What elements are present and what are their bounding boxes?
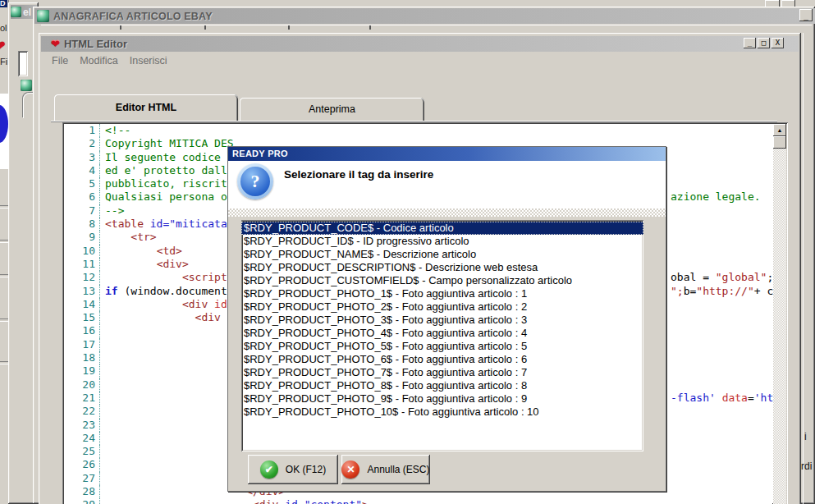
divider — [0, 361, 8, 364]
menu-item-modifica[interactable]: Modifica — [80, 55, 118, 66]
code-segment: Qualsiasi persona o — [105, 190, 234, 203]
anagrafica-titlebar: ANAGRAFICA ARTICOLO EBAY — [34, 8, 815, 24]
code-segment: b= — [684, 285, 697, 297]
heart-icon: ❤ — [0, 38, 5, 53]
code-segment: <div — [253, 498, 278, 504]
code-segment — [105, 271, 182, 283]
tab-anteprima[interactable]: Anteprima — [240, 98, 424, 121]
line-number: 28 — [64, 485, 100, 498]
line-number: 7 — [64, 204, 100, 218]
line-number: 14 — [64, 298, 100, 311]
window-controls: _ □ X — [744, 38, 784, 48]
tag-list-item[interactable]: $RDY_PRODUCT_ID$ - ID progressivo artico… — [241, 235, 643, 248]
tag-list-item[interactable]: $RDY_PRODUCT_PHOTO_1$ - Foto aggiuntiva … — [241, 287, 643, 300]
line-number: 11 — [64, 258, 100, 271]
menu-item-inserisci[interactable]: Inserisci — [130, 55, 167, 66]
tag-list-item[interactable]: $RDY_PRODUCT_DESCRIPTION$ - Descrizione … — [241, 261, 643, 274]
html-editor-titlebar: ❤ HTML Editor — [41, 36, 799, 52]
tag-list-item[interactable]: $RDY_PRODUCT_NAME$ - Descrizione articol… — [241, 248, 643, 261]
tag-list-item[interactable]: $RDY_PRODUCT_PHOTO_7$ - Foto aggiuntiva … — [241, 366, 643, 379]
line-number: 12 — [64, 271, 100, 284]
close-button[interactable]: X — [772, 38, 784, 48]
minimize-button[interactable]: _ — [744, 38, 756, 48]
code-segment: <td> — [157, 245, 182, 257]
code-segment: "global" — [716, 271, 767, 283]
tag-list-item[interactable]: $RDY_PRODUCT_PHOTO_6$ - Foto aggiuntiva … — [241, 353, 643, 366]
window-2-field-fragment — [18, 51, 28, 76]
line-number: 16 — [64, 324, 100, 337]
tag-list-item[interactable]: $RDY_PRODUCT_PHOTO_2$ - Foto aggiuntiva … — [241, 300, 643, 314]
line-number: 22 — [64, 405, 100, 418]
menu-bar: FileModificaInserisci — [52, 53, 167, 67]
divider — [0, 318, 8, 322]
scrollbar-thumb[interactable] — [773, 136, 786, 149]
cancel-button[interactable]: ✕ Annulla (ESC) — [341, 455, 430, 484]
divider — [0, 240, 8, 243]
line-number: 8 — [64, 218, 100, 231]
code-segment — [105, 498, 253, 504]
code-segment: "; — [671, 285, 684, 297]
background-text-fragment: rdi — [801, 460, 812, 472]
maximize-button[interactable]: □ — [758, 38, 770, 48]
scroll-up-button[interactable]: ▲ — [773, 124, 786, 136]
check-icon: ✔ — [260, 460, 278, 479]
line-number: 1 — [64, 124, 100, 137]
code-segment — [105, 231, 130, 243]
app-icon — [21, 80, 32, 91]
code-segment: "http://" — [696, 285, 753, 297]
ready-pro-dialog: READY PRO ? Selezionare il tag da inseri… — [227, 146, 666, 492]
tab-editor-html[interactable]: Editor HTML — [54, 94, 238, 121]
code-segment: <div> — [157, 258, 189, 270]
tag-list-item[interactable]: $RDY_PRODUCT_PHOTO_5$ - Foto aggiuntiva … — [241, 340, 643, 353]
code-segment: <div — [195, 311, 221, 323]
line-number: 24 — [64, 432, 100, 445]
code-segment: 'htt — [754, 392, 773, 404]
tag-list-item[interactable]: $RDY_PRODUCT_PHOTO_3$ - Foto aggiuntiva … — [241, 314, 643, 327]
dialog-heading: Selezionare il tag da inserire — [284, 168, 433, 181]
line-number: 5 — [64, 177, 100, 190]
minimize-button[interactable]: _ — [799, 9, 813, 21]
code-text: <div id="content"> — [100, 498, 773, 504]
line-number: 2 — [64, 137, 100, 150]
code-segment: --> — [105, 204, 124, 217]
window-2-title: el — [23, 7, 31, 18]
dialog-dither-strip — [228, 208, 666, 217]
ruler-strip — [41, 25, 812, 33]
code-segment: obal = — [671, 271, 716, 283]
code-segment: id="miticatab — [150, 218, 234, 230]
code-segment — [105, 311, 195, 323]
code-segment: if — [105, 285, 118, 297]
line-number: 23 — [64, 419, 100, 432]
back-window-text-fragment: ol — [0, 23, 7, 33]
ok-button[interactable]: ✔ OK (F12) — [248, 455, 338, 484]
tick-mark — [369, 25, 371, 30]
menu-item-file[interactable]: File — [52, 55, 68, 66]
code-line: 29 <div id="content"> — [64, 498, 773, 504]
code-segment — [144, 218, 150, 230]
tag-list-item[interactable]: $RDY_PRODUCT_PHOTO_10$ - Foto aggiuntiva… — [241, 405, 643, 419]
line-number: 18 — [64, 351, 100, 364]
line-number: 6 — [64, 190, 100, 204]
back-window-text-fragment: Fi — [0, 57, 7, 66]
code-segment: > — [362, 498, 369, 504]
cancel-button-label: Annulla (ESC) — [367, 464, 429, 475]
tag-list-item[interactable]: $RDY_PRODUCT_PHOTO_8$ - Foto aggiuntiva … — [241, 379, 643, 392]
tick-mark — [120, 25, 121, 30]
tag-list[interactable]: $RDY_PRODUCT_CODE$ - Codice articolo$RDY… — [241, 220, 643, 451]
code-segment: <script — [182, 271, 227, 283]
vertical-scrollbar[interactable]: ▲ — [773, 124, 786, 504]
tag-list-item[interactable]: $RDY_PRODUCT_PHOTO_9$ - Foto aggiuntiva … — [241, 392, 643, 405]
tag-list-item[interactable]: $RDY_PRODUCT_PHOTO_4$ - Foto aggiuntiva … — [241, 327, 643, 340]
back-window-titlebar-fragment: D — [0, 0, 7, 7]
line-number: 20 — [64, 378, 100, 392]
tag-list-item[interactable]: $RDY_PRODUCT_CUSTOMFIELD$ - Campo person… — [241, 274, 643, 287]
tick-mark — [204, 25, 206, 30]
line-number: 9 — [64, 231, 100, 244]
code-segment: azione legale. — [671, 190, 761, 203]
code-segment: ed e' protetto dalla — [105, 164, 234, 176]
code-segment — [105, 258, 157, 270]
code-segment: data — [722, 392, 748, 404]
code-segment: pubblicato, riscritt — [105, 177, 234, 190]
tag-list-item[interactable]: $RDY_PRODUCT_CODE$ - Codice articolo — [241, 222, 643, 235]
code-segment: Il seguente codice ( — [105, 151, 234, 163]
